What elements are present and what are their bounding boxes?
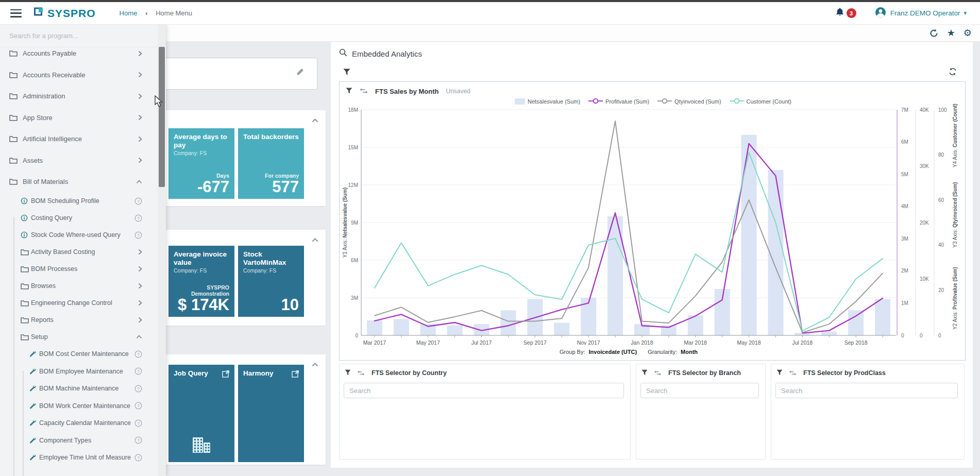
wrench-icon <box>29 368 36 375</box>
svg-text:0: 0 <box>920 333 923 338</box>
settings-gear-icon[interactable]: ⚙ <box>964 28 972 38</box>
sidebar-item-bom-machine-maintenance[interactable]: BOM Machine Maintenance? <box>0 380 158 398</box>
sidebar-item-assets[interactable]: Assets <box>0 150 158 172</box>
svg-text:?: ? <box>137 420 140 426</box>
sidebar-item-reports[interactable]: Reports <box>0 312 158 329</box>
sales-by-month-chart[interactable]: 03M6M9M12M15M18M01M2M3M4M5M6M7M010K20K30… <box>340 82 966 360</box>
tile-average-invoice-value[interactable]: Average invoice valueCompany: FSSYSPRO D… <box>168 246 234 317</box>
search-magnifier-icon <box>339 48 347 59</box>
selector-filter-icon[interactable] <box>776 368 783 378</box>
svg-text:40K: 40K <box>920 107 929 113</box>
sidebar-scrollbar-thumb[interactable] <box>159 47 165 187</box>
selector-branch-search-input[interactable] <box>640 383 759 398</box>
sidebar-item-bom-employee-maintenance[interactable]: BOM Employee Maintenance? <box>0 363 158 380</box>
chevron-right-icon[interactable] <box>138 114 142 121</box>
sidebar-item-bom-processes[interactable]: BOM Processes <box>0 261 158 278</box>
chevron-up-icon[interactable] <box>136 335 142 339</box>
user-menu[interactable]: Franz DEMO Operator ▾ <box>875 7 967 20</box>
selector-move-icon[interactable] <box>654 368 662 378</box>
sidebar-item-employee-time-unit-of-measure[interactable]: Employee Time Unit of Measure? <box>0 449 158 467</box>
help-icon[interactable]: ? <box>134 402 142 410</box>
chevron-right-icon[interactable] <box>138 93 142 99</box>
svg-text:9M: 9M <box>351 220 358 226</box>
svg-text:Y4 Axis: Customer (Count): Y4 Axis: Customer (Count) <box>952 104 958 167</box>
svg-text:Sep 2018: Sep 2018 <box>844 339 868 346</box>
sidebar-item-artificial-intelligence[interactable]: Artificial Intelligence <box>0 128 158 150</box>
breadcrumb-chevron-icon: › <box>145 10 147 17</box>
sidebar-item-costing-query[interactable]: Costing Query? <box>0 210 158 227</box>
selector-move-icon[interactable] <box>789 368 797 378</box>
chevron-right-icon[interactable] <box>138 283 142 289</box>
selector-country-search-input[interactable] <box>344 383 624 398</box>
sidebar-item-app-store[interactable]: App Store <box>0 107 158 129</box>
tile-stock-vartominmax[interactable]: Stock VartoMinMaxCompany: FS10 <box>238 246 304 317</box>
notifications-bell-icon[interactable] <box>835 7 844 19</box>
collapse-section-icon[interactable] <box>312 235 318 244</box>
popout-icon[interactable] <box>292 370 299 380</box>
chevron-right-icon[interactable] <box>138 249 142 255</box>
program-search-input[interactable] <box>8 31 134 40</box>
help-icon[interactable]: ? <box>134 231 142 239</box>
refresh-icon[interactable] <box>929 28 939 38</box>
breadcrumb-home[interactable]: Home <box>120 9 138 17</box>
selector-filter-icon[interactable] <box>345 368 351 378</box>
chart-groupby-footer: Group By: Invoicedate (UTC) Granularity:… <box>361 349 896 355</box>
chevron-right-icon[interactable] <box>138 300 142 306</box>
help-icon[interactable]: ? <box>134 385 142 393</box>
tile-harmony[interactable]: Harmony <box>238 365 304 462</box>
chevron-up-icon[interactable] <box>136 180 142 184</box>
sidebar-item-capacity-calendar-maintenance[interactable]: Capacity Calendar Maintenance? <box>0 415 158 432</box>
svg-text:1M: 1M <box>901 300 908 306</box>
analytics-sync-icon[interactable] <box>948 67 957 78</box>
sidebar-item-administration[interactable]: Administration <box>0 86 158 107</box>
chevron-right-icon[interactable] <box>138 266 142 272</box>
help-icon[interactable]: ? <box>134 436 142 444</box>
tile-average-days-to-pay[interactable]: Average days to payCompany: FSDays-677 <box>168 128 234 199</box>
svg-text:May 2017: May 2017 <box>416 339 440 346</box>
chevron-right-icon[interactable] <box>138 72 142 78</box>
selector-prodclass-search-input[interactable] <box>775 383 958 398</box>
collapse-section-icon[interactable] <box>312 115 318 125</box>
collapse-section-icon[interactable] <box>312 360 318 369</box>
popout-icon[interactable] <box>222 370 230 380</box>
sidebar-item-bom-cost-center-maintenance[interactable]: BOM Cost Center Maintenance? <box>0 346 158 363</box>
sidebar-item-bom-work-center-maintenance[interactable]: BOM Work Center Maintenance? <box>0 397 158 415</box>
chevron-right-icon[interactable] <box>138 157 142 163</box>
dashboard-note-box[interactable] <box>153 58 317 90</box>
sidebar-item-stock-code-where-used-query[interactable]: Stock Code Where-used Query? <box>0 227 158 244</box>
help-icon[interactable]: ? <box>134 214 142 222</box>
sidebar-item-browses[interactable]: Browses <box>0 278 158 295</box>
help-icon[interactable]: ? <box>134 419 142 427</box>
help-icon[interactable]: ? <box>134 197 142 205</box>
help-icon[interactable]: ? <box>134 454 142 462</box>
edit-pencil-icon[interactable] <box>296 67 305 78</box>
analytics-filter-icon[interactable] <box>343 68 350 77</box>
favorite-star-icon[interactable]: ★ <box>947 28 955 38</box>
sidebar-item-label: BOM Machine Maintenance <box>39 385 119 392</box>
chevron-right-icon[interactable] <box>138 317 142 323</box>
notification-count-badge[interactable]: 3 <box>847 8 856 18</box>
tile-job-query[interactable]: Job Query <box>168 365 234 462</box>
sidebar-item-label: BOM Employee Maintenance <box>39 368 123 375</box>
syspro-logo[interactable]: SYSPRO <box>34 7 96 20</box>
chevron-right-icon[interactable] <box>138 136 142 142</box>
selector-move-icon[interactable] <box>357 368 365 378</box>
sidebar-item-label: Capacity Calendar Maintenance <box>39 419 131 427</box>
svg-text:30K: 30K <box>920 163 929 169</box>
sidebar-item-accounts-payable[interactable]: Accounts Payable <box>0 43 158 64</box>
sidebar-item-bill-of-materials[interactable]: Bill of Materials <box>0 171 158 193</box>
wrench-icon <box>29 350 36 358</box>
tile-total-backorders[interactable]: Total backordersFor company577 <box>238 128 304 199</box>
svg-text:20: 20 <box>938 287 944 293</box>
sidebar-item-bom-scheduling-profile[interactable]: BOM Scheduling Profile? <box>0 193 158 210</box>
sidebar-item-component-types[interactable]: Component Types? <box>0 432 158 449</box>
sidebar-item-engineering-change-control[interactable]: Engineering Change Control <box>0 295 158 312</box>
help-icon[interactable]: ? <box>134 367 142 375</box>
sidebar-item-setup[interactable]: Setup <box>0 329 158 346</box>
selector-filter-icon[interactable] <box>641 368 648 378</box>
sidebar-item-activity-based-costing[interactable]: Activity Based Costing <box>0 244 158 261</box>
help-icon[interactable]: ? <box>134 350 142 358</box>
sidebar-item-accounts-receivable[interactable]: Accounts Receivable <box>0 64 158 86</box>
hamburger-menu-icon[interactable] <box>10 9 22 18</box>
chevron-right-icon[interactable] <box>138 50 142 57</box>
